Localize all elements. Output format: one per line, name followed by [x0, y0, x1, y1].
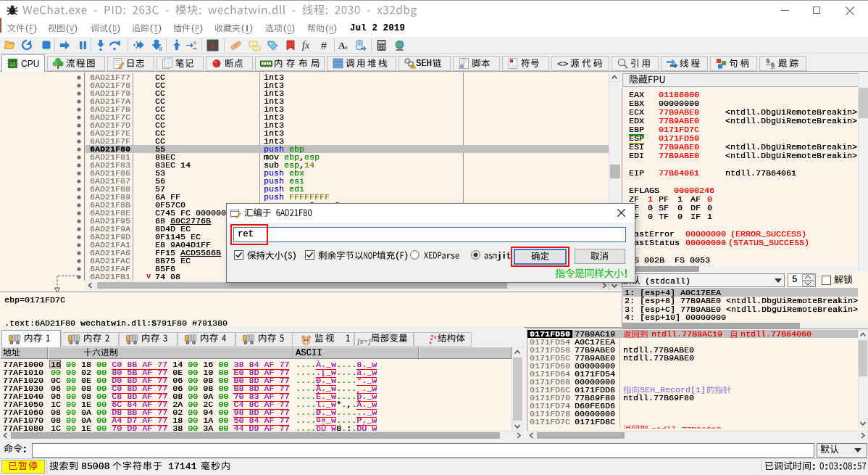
svg-text:S: S [210, 40, 215, 51]
svg-text:[x=]: [x=] [357, 337, 371, 345]
svg-text:32: 32 [10, 62, 16, 67]
svg-text:!: ! [412, 65, 414, 69]
svg-text:fx: fx [302, 40, 310, 51]
svg-text:<>: <> [557, 58, 569, 69]
svg-text:#: # [321, 40, 327, 51]
svg-text:z: z [345, 44, 348, 51]
